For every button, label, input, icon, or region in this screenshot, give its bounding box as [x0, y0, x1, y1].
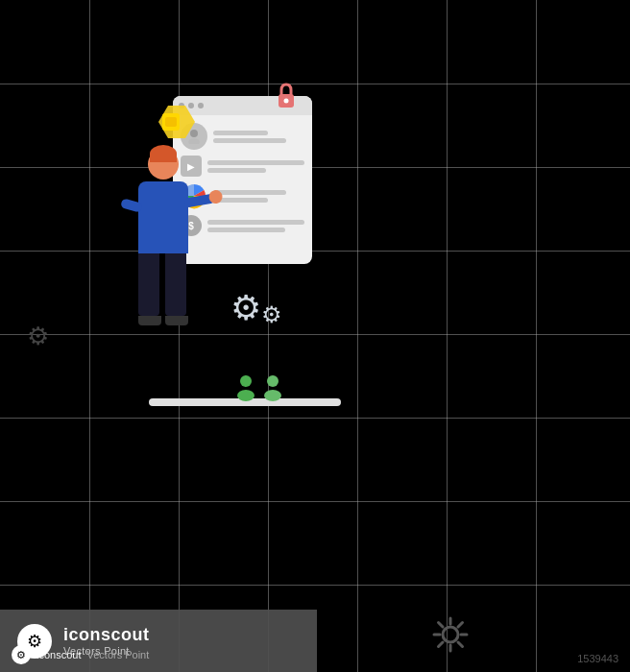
gear-large-icon: ⚙: [230, 288, 261, 328]
asset-id: 1539443: [577, 653, 618, 664]
gear-left-icon: ⚙: [27, 322, 49, 351]
person-hair: [150, 145, 177, 162]
people-group: [235, 374, 283, 401]
p-line-1: [213, 190, 286, 195]
grid-h-1: [0, 84, 630, 84]
svg-line-17: [439, 623, 444, 628]
grid-h-3: [0, 251, 630, 252]
svg-line-19: [458, 623, 463, 628]
profile-lines: [213, 131, 304, 143]
grid-overlay: [0, 0, 630, 672]
person-pants: [138, 253, 188, 325]
grid-h-4: [0, 334, 630, 335]
person-figure: [130, 149, 197, 331]
yellow-flag-icon: [158, 106, 195, 145]
line-medium: [213, 138, 286, 143]
person-head: [148, 149, 179, 180]
svg-point-11: [264, 390, 281, 401]
person-shoe-left: [138, 316, 161, 325]
person-leg-left: [138, 253, 159, 316]
grid-h-2: [0, 167, 630, 168]
d-line-1: [207, 220, 304, 225]
gear-group: ⚙ ⚙: [230, 288, 282, 328]
lock-icon: [274, 82, 299, 116]
corner-brand: iconscout: [36, 649, 81, 660]
svg-point-10: [267, 375, 279, 387]
play-row: ▶: [181, 156, 304, 177]
browser-profile-row: [181, 123, 304, 150]
svg-point-8: [240, 375, 252, 387]
pie-lines: [213, 190, 304, 203]
dollar-row: $: [181, 215, 304, 236]
gear-small-icon: ⚙: [261, 301, 282, 328]
person-icon-2: [262, 374, 283, 401]
corner-logo: ⚙ iconscout Vectors Point: [12, 645, 149, 664]
grid-v-4: [357, 0, 358, 672]
line-long: [207, 160, 304, 165]
play-lines: [207, 160, 304, 173]
grid-v-6: [536, 0, 537, 672]
person-body: [138, 181, 188, 253]
grid-h-7: [0, 585, 630, 586]
grid-h-5: [0, 418, 630, 419]
line-s: [207, 168, 266, 173]
person-shoe-right: [165, 316, 188, 325]
corner-subtitle: Vectors Point: [86, 649, 149, 660]
dollar-lines: [207, 220, 304, 232]
d-line-2: [207, 228, 285, 232]
corner-logo-icon: ⚙: [12, 645, 31, 664]
grid-h-6: [0, 501, 630, 502]
person-arm-left: [120, 198, 143, 212]
person-leg-right: [165, 253, 186, 316]
svg-point-12: [443, 627, 458, 642]
line-short: [213, 131, 268, 135]
svg-rect-2: [165, 117, 177, 127]
watermark-gear-right-icon: [432, 616, 469, 660]
grid-v-1: [89, 0, 90, 672]
svg-line-18: [458, 642, 463, 647]
brand-name: iconscout: [63, 625, 150, 645]
svg-line-20: [439, 642, 444, 647]
browser-dot-3: [198, 103, 204, 108]
grid-v-5: [447, 0, 448, 672]
svg-point-4: [284, 99, 289, 104]
person-icon-1: [235, 374, 256, 401]
svg-point-9: [237, 390, 254, 401]
